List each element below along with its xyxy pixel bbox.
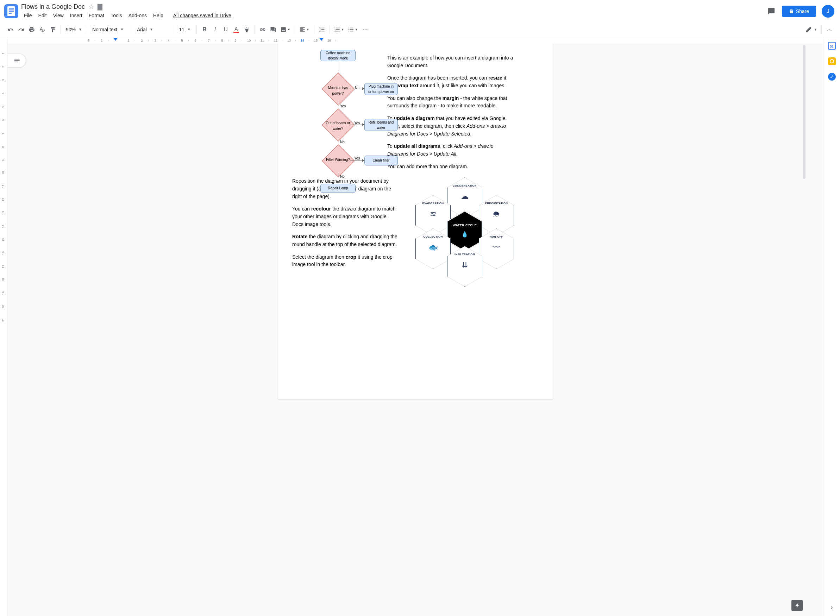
print-button[interactable] [27, 25, 37, 35]
menu-help[interactable]: Help [150, 11, 166, 20]
italic-button[interactable]: I [210, 25, 220, 35]
comments-icon[interactable] [767, 6, 776, 16]
more-button[interactable]: ⋯ [360, 25, 370, 35]
flow-decision-beans: Out of beans or water? [324, 120, 352, 131]
cloud-icon: ☁ [461, 191, 469, 202]
horizontal-ruler: 2112345678910111213141516 [8, 37, 823, 44]
share-button[interactable]: Share [782, 6, 816, 17]
bold-button[interactable]: B [199, 25, 210, 35]
menu-format[interactable]: Format [86, 11, 107, 20]
paint-format-button[interactable] [48, 25, 58, 35]
vertical-ruler: 1 2 3 4 5 6 7 8 9 10 11 12 13 14 15 16 1… [0, 37, 8, 616]
flow-end: Repair Lamp [320, 184, 356, 193]
highlight-button[interactable] [242, 25, 252, 35]
hide-menus-button[interactable]: ︿ [824, 25, 834, 35]
tasks-sidebar-icon[interactable]: ✓ [828, 72, 836, 81]
underline-button[interactable]: U [221, 25, 230, 35]
font-select[interactable]: Arial▼ [135, 25, 170, 35]
menu-tools[interactable]: Tools [108, 11, 125, 20]
flow-action-clean: Clean filter [364, 155, 398, 166]
side-panel: 31 ✓ › [823, 37, 840, 616]
flow-action-plug: Plug machine in or turn power on [364, 83, 398, 95]
menu-file[interactable]: File [21, 11, 35, 20]
menu-addons[interactable]: Add-ons [126, 11, 150, 20]
add-comment-button[interactable] [268, 25, 278, 35]
menu-edit[interactable]: Edit [35, 11, 50, 20]
flow-decision-power: Machine has power? [324, 85, 352, 96]
infiltration-icon: ⇊ [462, 259, 468, 271]
text-color-button[interactable]: A [231, 25, 241, 35]
menubar: File Edit View Insert Format Tools Add-o… [21, 11, 764, 20]
undo-button[interactable] [6, 25, 16, 35]
insert-image-button[interactable]: ▼ [279, 25, 292, 35]
zoom-select[interactable]: 90%▼ [64, 25, 84, 35]
align-button[interactable]: ▼ [298, 25, 311, 35]
document-canvas[interactable]: 2112345678910111213141516 Coffee machine… [8, 37, 823, 616]
flowchart-diagram[interactable]: Coffee machine doesn't work Machine has … [306, 50, 398, 194]
page[interactable]: Coffee machine doesn't work Machine has … [278, 44, 553, 399]
numbered-list-button[interactable]: ▼ [333, 25, 346, 35]
droplet-icon: 💧 [461, 230, 468, 239]
bulleted-list-button[interactable]: ▼ [346, 25, 359, 35]
editing-mode-button[interactable]: ▼ [804, 25, 818, 35]
scrollbar-thumb[interactable] [803, 45, 805, 179]
runoff-icon: 〰 [493, 242, 500, 254]
line-spacing-button[interactable] [317, 25, 327, 35]
flow-decision-filter: Filter Warning? [324, 157, 352, 163]
document-title[interactable]: Flows in a Google Doc [21, 3, 85, 10]
left-indent-marker[interactable] [113, 38, 117, 41]
calendar-sidebar-icon[interactable]: 31 [828, 41, 836, 50]
rain-icon: 🌧 [493, 208, 500, 220]
steam-icon: ≋ [430, 208, 436, 220]
font-size-select[interactable]: 11▼ [176, 25, 194, 35]
collection-icon: 🐟 [428, 242, 438, 254]
toolbar: 90%▼ Normal text▼ Arial▼ 11▼ B I U A ▼ ▼… [0, 22, 840, 37]
insert-link-button[interactable] [258, 25, 268, 35]
explore-button[interactable]: ✦ [792, 600, 803, 611]
redo-button[interactable] [16, 25, 26, 35]
star-icon[interactable]: ☆ [88, 3, 94, 10]
menu-insert[interactable]: Insert [67, 11, 85, 20]
menu-view[interactable]: View [50, 11, 66, 20]
move-folder-icon[interactable]: ▇ [98, 3, 103, 10]
paragraph-style-select[interactable]: Normal text▼ [90, 25, 129, 35]
docs-logo[interactable] [4, 4, 18, 18]
flow-start: Coffee machine doesn't work [320, 50, 356, 61]
body-text-1: This is an example of how you can insert… [387, 54, 514, 170]
hide-sidepanel-button[interactable]: › [831, 604, 833, 611]
flow-action-refill: Refill beans and water [364, 119, 398, 131]
keep-sidebar-icon[interactable] [828, 57, 836, 66]
water-cycle-diagram[interactable]: CONDENSATION☁ EVAPORATION≋ PRECIPITATION… [408, 177, 521, 283]
account-avatar[interactable]: J [822, 5, 834, 18]
spellcheck-button[interactable] [37, 25, 47, 35]
save-status[interactable]: All changes saved in Drive [170, 11, 234, 20]
